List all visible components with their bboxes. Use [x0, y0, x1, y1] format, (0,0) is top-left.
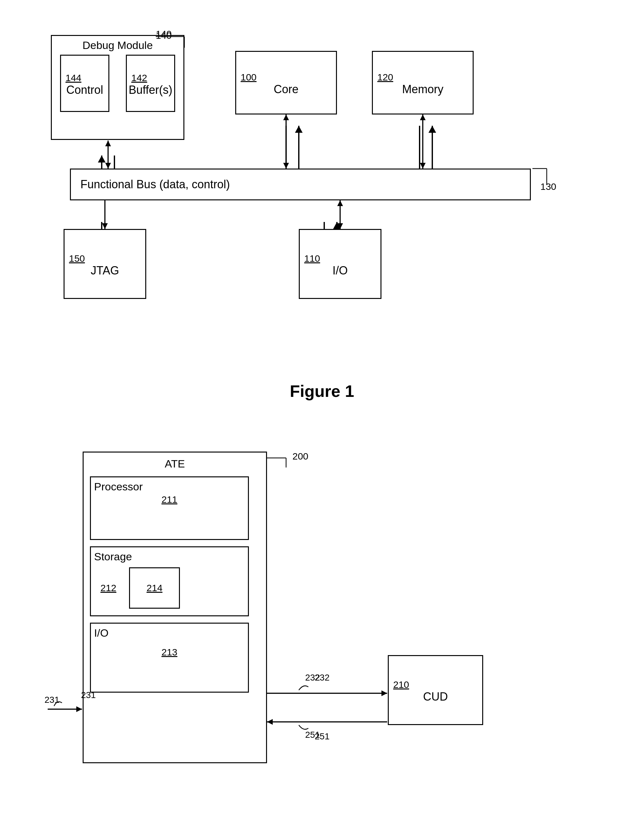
core-num: 100 — [241, 72, 257, 83]
processor-box: Processor 211 — [90, 476, 249, 540]
figure1-title: Figure 1 — [38, 382, 606, 401]
storage-inner-box: 214 — [129, 567, 180, 609]
processor-num: 211 — [161, 494, 177, 505]
processor-label: Processor — [94, 481, 143, 493]
jtag-text: JTAG — [90, 264, 119, 277]
svg-text:231: 231 — [44, 695, 59, 705]
svg-marker-46 — [267, 719, 273, 725]
ate-box: ATE Processor 211 Storage 212 214 I/ — [83, 451, 267, 763]
storage-label: Storage — [94, 550, 132, 563]
debug-module-box: Debug Module 144 Control 142 Buffer(s) — [51, 35, 184, 140]
svg-marker-32 — [337, 200, 343, 206]
control-box: 144 Control — [60, 55, 109, 112]
functional-bus-box: Functional Bus (data, control) — [70, 169, 531, 200]
buffers-num: 142 — [131, 72, 147, 83]
io-num-fig1: 110 — [304, 253, 320, 264]
cud-text: CUD — [423, 690, 448, 703]
figure2-container: ATE Processor 211 Storage 212 214 I/ — [38, 426, 606, 837]
svg-marker-30 — [102, 223, 108, 229]
spacer — [38, 401, 606, 426]
svg-marker-27 — [420, 115, 426, 120]
figure1-container: 140 Debug Module 144 Control 142 Buffer(… — [38, 19, 606, 369]
svg-marker-40 — [76, 706, 82, 712]
control-text: Control — [66, 83, 103, 97]
svg-marker-17 — [333, 222, 341, 229]
memory-text: Memory — [402, 83, 443, 96]
ref-140-label: 140 — [156, 30, 172, 41]
cud-box: 210 CUD — [388, 655, 483, 725]
ref-251: 251 — [315, 732, 329, 742]
ref-231: 231 — [81, 690, 96, 700]
buffers-box: 142 Buffer(s) — [126, 55, 175, 112]
page: 140 Debug Module 144 Control 142 Buffer(… — [0, 0, 644, 837]
core-text: Core — [274, 83, 298, 96]
svg-marker-33 — [337, 223, 343, 229]
ref-130-label: 130 — [541, 181, 556, 192]
io-box-fig1: 110 I/O — [299, 229, 382, 299]
control-num: 144 — [66, 72, 81, 83]
io-box-fig2: I/O 213 — [90, 623, 249, 693]
jtag-box: 150 JTAG — [64, 229, 146, 299]
functional-bus-text: Functional Bus (data, control) — [80, 178, 230, 191]
io-label-fig2: I/O — [94, 627, 108, 639]
core-box: 100 Core — [235, 51, 337, 115]
ref-232: 232 — [315, 673, 329, 683]
io-text-fig1: I/O — [333, 264, 348, 277]
svg-marker-21 — [105, 141, 111, 146]
ate-label: ATE — [165, 458, 185, 470]
memory-box: 120 Memory — [372, 51, 474, 115]
cud-num: 210 — [393, 679, 409, 690]
svg-marker-25 — [283, 163, 289, 169]
svg-marker-43 — [382, 690, 387, 696]
storage-box: Storage 212 214 — [90, 547, 249, 616]
svg-marker-3 — [98, 156, 105, 162]
svg-marker-7 — [295, 126, 303, 133]
svg-marker-22 — [105, 163, 111, 169]
svg-text:200: 200 — [292, 451, 308, 461]
svg-marker-11 — [428, 126, 436, 133]
storage-inner-num: 214 — [146, 583, 162, 593]
buffers-text: Buffer(s) — [129, 83, 172, 97]
io-num-fig2: 213 — [161, 647, 177, 658]
jtag-num: 150 — [69, 253, 85, 264]
svg-marker-24 — [283, 115, 289, 120]
memory-num: 120 — [377, 72, 393, 83]
svg-marker-28 — [420, 163, 426, 169]
storage-num: 212 — [100, 583, 116, 593]
